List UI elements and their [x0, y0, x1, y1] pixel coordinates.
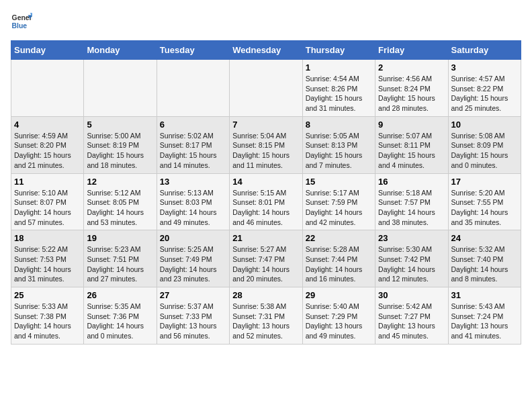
day-cell: 18 Sunrise: 5:22 AM Sunset: 7:53 PM Dayl…: [11, 230, 84, 287]
day-number: 11: [14, 177, 81, 187]
day-info: Sunrise: 5:20 AM Sunset: 7:55 PM Dayligh…: [451, 188, 518, 228]
header: General Blue: [11, 11, 521, 32]
day-info: Sunrise: 5:43 AM Sunset: 7:24 PM Dayligh…: [451, 302, 518, 341]
day-cell: 2 Sunrise: 4:56 AM Sunset: 8:24 PM Dayli…: [375, 60, 448, 117]
day-number: 22: [306, 233, 372, 243]
day-number: 19: [87, 233, 153, 243]
day-info: Sunrise: 4:54 AM Sunset: 8:26 PM Dayligh…: [306, 74, 372, 113]
day-info: Sunrise: 5:17 AM Sunset: 7:59 PM Dayligh…: [306, 188, 372, 228]
day-number: 12: [87, 177, 153, 187]
day-number: 5: [87, 120, 153, 130]
day-number: 6: [160, 120, 226, 130]
day-cell: 1 Sunrise: 4:54 AM Sunset: 8:26 PM Dayli…: [302, 60, 375, 117]
day-cell: 20 Sunrise: 5:25 AM Sunset: 7:49 PM Dayl…: [157, 230, 229, 287]
day-number: 29: [306, 290, 372, 300]
day-cell: 3 Sunrise: 4:57 AM Sunset: 8:22 PM Dayli…: [448, 60, 521, 117]
day-number: 21: [232, 233, 299, 243]
logo-icon: General Blue: [11, 11, 32, 32]
day-cell: 10 Sunrise: 5:08 AM Sunset: 8:09 PM Dayl…: [448, 116, 521, 173]
day-cell: 9 Sunrise: 5:07 AM Sunset: 8:11 PM Dayli…: [375, 116, 448, 173]
day-number: 30: [378, 290, 445, 300]
day-cell: 26 Sunrise: 5:35 AM Sunset: 7:36 PM Dayl…: [84, 287, 157, 345]
day-number: 10: [451, 120, 518, 130]
weekday-header-wednesday: Wednesday: [230, 41, 302, 60]
week-row-5: 25 Sunrise: 5:33 AM Sunset: 7:38 PM Dayl…: [11, 287, 521, 345]
day-number: 1: [306, 62, 372, 73]
day-cell: 8 Sunrise: 5:05 AM Sunset: 8:13 PM Dayli…: [302, 116, 375, 173]
weekday-header-saturday: Saturday: [448, 41, 521, 60]
day-info: Sunrise: 5:10 AM Sunset: 8:07 PM Dayligh…: [14, 188, 81, 228]
day-cell: 11 Sunrise: 5:10 AM Sunset: 8:07 PM Dayl…: [11, 173, 84, 230]
day-number: 9: [378, 120, 445, 130]
day-number: 3: [451, 62, 518, 73]
day-number: 25: [14, 290, 81, 300]
day-info: Sunrise: 4:57 AM Sunset: 8:22 PM Dayligh…: [451, 74, 518, 113]
day-info: Sunrise: 5:18 AM Sunset: 7:57 PM Dayligh…: [378, 188, 445, 228]
day-number: 26: [87, 290, 153, 300]
day-number: 8: [306, 120, 372, 130]
day-cell: 14 Sunrise: 5:15 AM Sunset: 8:01 PM Dayl…: [230, 173, 302, 230]
day-cell: 22 Sunrise: 5:28 AM Sunset: 7:44 PM Dayl…: [302, 230, 375, 287]
day-number: 17: [451, 177, 518, 187]
weekday-header-sunday: Sunday: [11, 41, 84, 60]
day-cell: 13 Sunrise: 5:13 AM Sunset: 8:03 PM Dayl…: [157, 173, 229, 230]
week-row-1: 1 Sunrise: 4:54 AM Sunset: 8:26 PM Dayli…: [11, 60, 521, 117]
weekday-header-monday: Monday: [84, 41, 157, 60]
day-cell: 17 Sunrise: 5:20 AM Sunset: 7:55 PM Dayl…: [448, 173, 521, 230]
day-number: 2: [378, 62, 445, 73]
day-info: Sunrise: 5:05 AM Sunset: 8:13 PM Dayligh…: [306, 131, 372, 171]
day-info: Sunrise: 5:08 AM Sunset: 8:09 PM Dayligh…: [451, 131, 518, 171]
day-cell: 21 Sunrise: 5:27 AM Sunset: 7:47 PM Dayl…: [230, 230, 302, 287]
week-row-3: 11 Sunrise: 5:10 AM Sunset: 8:07 PM Dayl…: [11, 173, 521, 230]
day-number: 18: [14, 233, 81, 243]
day-info: Sunrise: 5:33 AM Sunset: 7:38 PM Dayligh…: [14, 302, 81, 341]
day-info: Sunrise: 4:56 AM Sunset: 8:24 PM Dayligh…: [378, 74, 445, 113]
day-info: Sunrise: 5:00 AM Sunset: 8:19 PM Dayligh…: [87, 131, 153, 171]
day-info: Sunrise: 5:38 AM Sunset: 7:31 PM Dayligh…: [232, 302, 299, 341]
day-info: Sunrise: 5:35 AM Sunset: 7:36 PM Dayligh…: [87, 302, 153, 341]
day-cell: 7 Sunrise: 5:04 AM Sunset: 8:15 PM Dayli…: [230, 116, 302, 173]
day-info: Sunrise: 5:28 AM Sunset: 7:44 PM Dayligh…: [306, 244, 372, 284]
day-info: Sunrise: 5:25 AM Sunset: 7:49 PM Dayligh…: [160, 244, 226, 284]
weekday-header-thursday: Thursday: [302, 41, 375, 60]
day-cell: 12 Sunrise: 5:12 AM Sunset: 8:05 PM Dayl…: [84, 173, 157, 230]
day-info: Sunrise: 5:30 AM Sunset: 7:42 PM Dayligh…: [378, 244, 445, 284]
day-info: Sunrise: 5:42 AM Sunset: 7:27 PM Dayligh…: [378, 302, 445, 341]
week-row-2: 4 Sunrise: 4:59 AM Sunset: 8:20 PM Dayli…: [11, 116, 521, 173]
day-cell: 29 Sunrise: 5:40 AM Sunset: 7:29 PM Dayl…: [302, 287, 375, 345]
calendar-table: SundayMondayTuesdayWednesdayThursdayFrid…: [11, 40, 521, 345]
day-info: Sunrise: 5:02 AM Sunset: 8:17 PM Dayligh…: [160, 131, 226, 171]
day-number: 16: [378, 177, 445, 187]
day-cell: 27 Sunrise: 5:37 AM Sunset: 7:33 PM Dayl…: [157, 287, 229, 345]
day-info: Sunrise: 4:59 AM Sunset: 8:20 PM Dayligh…: [14, 131, 81, 171]
logo: General Blue: [11, 11, 35, 32]
day-number: 23: [378, 233, 445, 243]
day-cell: 5 Sunrise: 5:00 AM Sunset: 8:19 PM Dayli…: [84, 116, 157, 173]
day-cell: 25 Sunrise: 5:33 AM Sunset: 7:38 PM Dayl…: [11, 287, 84, 345]
day-cell: [84, 60, 157, 117]
day-cell: [11, 60, 84, 117]
day-cell: 15 Sunrise: 5:17 AM Sunset: 7:59 PM Dayl…: [302, 173, 375, 230]
day-info: Sunrise: 5:23 AM Sunset: 7:51 PM Dayligh…: [87, 244, 153, 284]
day-number: 15: [306, 177, 372, 187]
weekday-header-row: SundayMondayTuesdayWednesdayThursdayFrid…: [11, 41, 521, 60]
day-info: Sunrise: 5:15 AM Sunset: 8:01 PM Dayligh…: [232, 188, 299, 228]
day-info: Sunrise: 5:13 AM Sunset: 8:03 PM Dayligh…: [160, 188, 226, 228]
day-info: Sunrise: 5:40 AM Sunset: 7:29 PM Dayligh…: [306, 302, 372, 341]
day-cell: 24 Sunrise: 5:32 AM Sunset: 7:40 PM Dayl…: [448, 230, 521, 287]
day-cell: 6 Sunrise: 5:02 AM Sunset: 8:17 PM Dayli…: [157, 116, 229, 173]
day-cell: 19 Sunrise: 5:23 AM Sunset: 7:51 PM Dayl…: [84, 230, 157, 287]
day-number: 31: [451, 290, 518, 300]
day-number: 20: [160, 233, 226, 243]
day-number: 28: [232, 290, 299, 300]
day-info: Sunrise: 5:37 AM Sunset: 7:33 PM Dayligh…: [160, 302, 226, 341]
day-info: Sunrise: 5:07 AM Sunset: 8:11 PM Dayligh…: [378, 131, 445, 171]
day-info: Sunrise: 5:22 AM Sunset: 7:53 PM Dayligh…: [14, 244, 81, 284]
svg-text:Blue: Blue: [12, 22, 28, 30]
day-cell: 4 Sunrise: 4:59 AM Sunset: 8:20 PM Dayli…: [11, 116, 84, 173]
day-cell: [230, 60, 302, 117]
weekday-header-tuesday: Tuesday: [157, 41, 229, 60]
day-number: 13: [160, 177, 226, 187]
day-cell: 31 Sunrise: 5:43 AM Sunset: 7:24 PM Dayl…: [448, 287, 521, 345]
day-cell: 28 Sunrise: 5:38 AM Sunset: 7:31 PM Dayl…: [230, 287, 302, 345]
